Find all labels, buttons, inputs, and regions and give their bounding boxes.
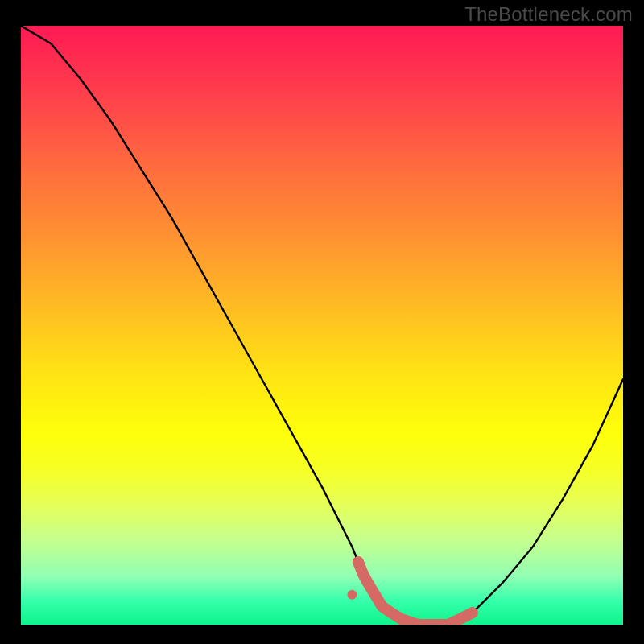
curve-svg — [21, 26, 623, 625]
plot-area — [21, 26, 623, 625]
bottleneck-curve — [21, 26, 623, 625]
optimal-range — [358, 562, 473, 625]
optimal-dot — [347, 590, 357, 600]
watermark-label: TheBottleneck.com — [464, 3, 633, 26]
chart-frame: TheBottleneck.com — [0, 0, 644, 644]
